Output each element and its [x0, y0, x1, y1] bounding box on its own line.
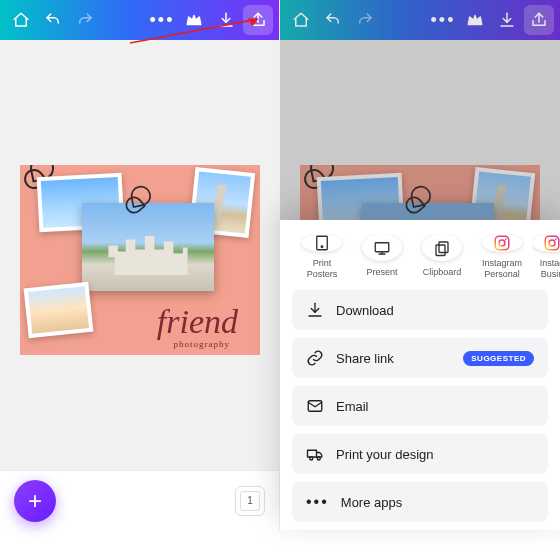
action-download[interactable]: Download [292, 290, 548, 330]
share-target-label: Clipboard [423, 267, 462, 278]
svg-rect-6 [436, 245, 445, 256]
share-targets-row[interactable]: Print Posters Present Clipboard [280, 234, 560, 284]
bottom-toolbar: + 1 [0, 470, 279, 530]
action-email[interactable]: Email [292, 386, 548, 426]
action-share-link[interactable]: Share link SUGGESTED [292, 338, 548, 378]
svg-point-9 [505, 238, 507, 240]
design-title-text: friend [157, 303, 238, 341]
redo-icon [350, 5, 380, 35]
share-target-label: Instagram Personal [482, 258, 522, 280]
redo-icon[interactable] [70, 5, 100, 35]
share-icon[interactable] [243, 5, 273, 35]
action-label: Share link [336, 351, 394, 366]
photo-main [82, 203, 214, 291]
top-toolbar: ••• [280, 0, 560, 40]
crown-icon [460, 5, 490, 35]
svg-point-15 [310, 457, 313, 460]
svg-rect-4 [375, 242, 389, 251]
share-sheet: Print Posters Present Clipboard [280, 220, 560, 530]
svg-point-12 [555, 238, 557, 240]
canvas-dimmed: friend photography Print Posters [280, 40, 560, 530]
photo-polaroid [24, 282, 94, 339]
canvas[interactable]: friend photography [0, 40, 279, 470]
present-icon [362, 234, 402, 261]
page-count-button[interactable]: 1 [235, 486, 265, 516]
svg-point-16 [317, 457, 320, 460]
share-target-instagram-business[interactable]: Instag Busin [532, 234, 560, 278]
share-target-print-posters[interactable]: Print Posters [292, 234, 352, 278]
undo-icon[interactable] [38, 5, 68, 35]
home-icon[interactable] [6, 5, 36, 35]
poster-icon [302, 234, 342, 252]
page-count-label: 1 [247, 495, 253, 506]
share-target-label: Present [366, 267, 397, 278]
crown-icon[interactable] [179, 5, 209, 35]
design-artboard[interactable]: friend photography [20, 165, 260, 355]
svg-rect-7 [495, 236, 509, 250]
editor-screen: ••• friend photography [0, 0, 280, 530]
share-icon [524, 5, 554, 35]
download-icon [492, 5, 522, 35]
email-icon [306, 397, 324, 415]
svg-rect-5 [439, 242, 448, 253]
share-target-label: Instag Busin [540, 258, 560, 278]
svg-rect-10 [545, 236, 559, 250]
link-icon [306, 349, 324, 367]
design-subtitle-text: photography [174, 339, 231, 349]
share-sheet-screen: ••• friend photography [280, 0, 560, 530]
svg-point-3 [321, 246, 323, 248]
share-actions-list: Download Share link SUGGESTED Email [280, 284, 560, 522]
share-target-label: Print Posters [307, 258, 338, 280]
action-label: Email [336, 399, 369, 414]
action-print[interactable]: Print your design [292, 434, 548, 474]
home-icon [286, 5, 316, 35]
undo-icon [318, 5, 348, 35]
suggested-badge: SUGGESTED [463, 351, 534, 366]
download-icon[interactable] [211, 5, 241, 35]
more-icon: ••• [428, 5, 458, 35]
action-more-apps[interactable]: ••• More apps [292, 482, 548, 522]
share-target-present[interactable]: Present [352, 234, 412, 278]
action-label: Print your design [336, 447, 434, 462]
action-label: More apps [341, 495, 402, 510]
svg-rect-14 [308, 450, 317, 457]
svg-point-8 [499, 240, 505, 246]
download-icon [306, 301, 324, 319]
more-icon[interactable]: ••• [147, 5, 177, 35]
svg-point-11 [549, 240, 555, 246]
instagram-icon [532, 234, 560, 252]
action-label: Download [336, 303, 394, 318]
instagram-icon [482, 234, 522, 252]
top-toolbar: ••• [0, 0, 279, 40]
share-target-clipboard[interactable]: Clipboard [412, 234, 472, 278]
truck-icon [306, 445, 324, 463]
clipboard-icon [422, 234, 462, 261]
share-target-instagram-personal[interactable]: Instagram Personal [472, 234, 532, 278]
add-button[interactable]: + [14, 480, 56, 522]
